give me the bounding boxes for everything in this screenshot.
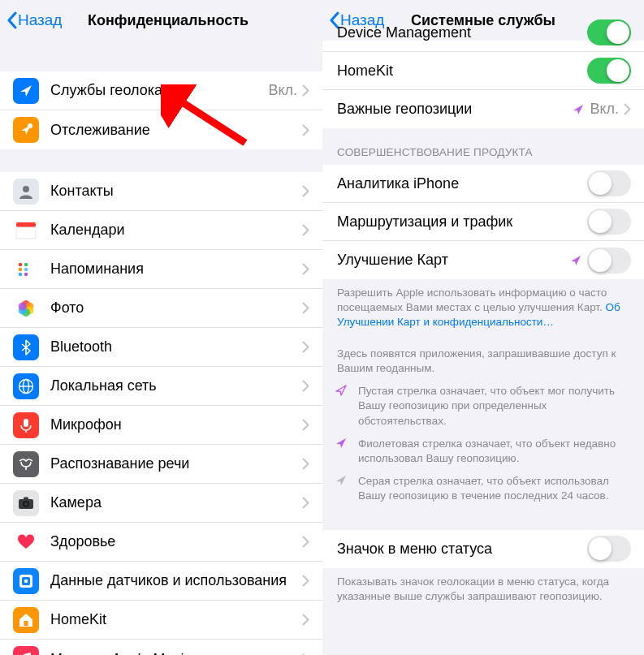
camera-icon	[13, 490, 39, 516]
settings-row[interactable]: Отслеживание	[0, 110, 322, 149]
row-label: HomeKit	[50, 611, 302, 628]
chevron-right-icon	[302, 341, 309, 353]
system-row[interactable]: Важные геопозицииВкл.	[322, 90, 644, 128]
settings-row[interactable]: Локальная сеть	[0, 367, 322, 406]
sensor-icon	[13, 568, 39, 594]
chevron-right-icon	[302, 614, 309, 626]
settings-row[interactable]: Bluetooth	[0, 328, 322, 367]
legend-item: Фиолетовая стрелка означает, что объект …	[337, 437, 629, 466]
group-system-top: Device ManagementHomeKitВажные геопозици…	[322, 14, 644, 128]
legend-intro: Здесь появятся приложения, запрашивавшие…	[337, 347, 629, 376]
row-label: Медиа и Apple Music	[50, 651, 302, 656]
chevron-right-icon	[302, 84, 309, 97]
row-value: Вкл.	[590, 101, 619, 118]
settings-row[interactable]: Микрофон	[0, 406, 322, 445]
status-icon-row[interactable]: Значок в меню статуса	[322, 530, 644, 568]
chevron-right-icon	[302, 224, 309, 236]
toggle-switch[interactable]	[587, 536, 631, 562]
row-label: Значок в меню статуса	[337, 541, 587, 558]
legend-text: Пустая стрелка означает, что объект мог …	[358, 384, 629, 429]
chevron-right-icon	[302, 575, 309, 587]
toggle-switch[interactable]	[587, 170, 631, 196]
row-label: Службы геолокации	[50, 82, 268, 99]
row-label: Контакты	[50, 183, 302, 200]
chevron-left-icon	[6, 11, 18, 29]
improve-row[interactable]: Аналитика iPhone	[322, 165, 644, 203]
row-label: Микрофон	[50, 416, 302, 433]
back-label: Назад	[18, 11, 62, 29]
chevron-right-icon	[302, 263, 309, 275]
svg-rect-26	[24, 497, 28, 499]
row-label: Отслеживание	[50, 122, 302, 139]
row-label: Улучшение Карт	[337, 252, 569, 269]
system-row[interactable]: Device Management	[322, 14, 644, 52]
toggle-switch[interactable]	[587, 248, 631, 274]
section-header: СОВЕРШЕНСТВОВАНИЕ ПРОДУКТА	[322, 128, 644, 165]
mic-icon	[13, 412, 39, 438]
toggle-switch[interactable]	[587, 19, 631, 45]
settings-row[interactable]: Фото	[0, 289, 322, 328]
location-arrow-icon	[335, 474, 348, 487]
chevron-right-icon	[302, 380, 309, 392]
row-label: Device Management	[337, 24, 587, 41]
footer-improve: Разрешить Apple использовать информацию …	[322, 279, 644, 338]
svg-point-8	[24, 262, 28, 265]
chevron-right-icon	[302, 419, 309, 431]
improve-row[interactable]: Улучшение Карт	[322, 241, 644, 279]
system-row[interactable]: HomeKit	[322, 52, 644, 90]
chevron-right-icon	[624, 103, 631, 115]
svg-point-6	[19, 267, 22, 270]
calendar-icon	[13, 218, 39, 243]
group-location: Службы геолокацииВкл.Отслеживание	[0, 71, 322, 149]
row-label: Камера	[50, 494, 302, 511]
row-label: Аналитика iPhone	[337, 175, 587, 192]
speech-icon	[13, 451, 39, 477]
svg-point-10	[24, 272, 28, 275]
svg-rect-3	[16, 227, 36, 239]
row-label: HomeKit	[337, 62, 587, 80]
row-label: Здоровье	[50, 533, 302, 550]
settings-row[interactable]: Службы геолокацииВкл.	[0, 71, 322, 110]
settings-row[interactable]: Медиа и Apple Music	[0, 640, 322, 655]
back-button[interactable]: Назад	[6, 11, 62, 29]
improve-row[interactable]: Маршрутизация и трафик	[322, 203, 644, 241]
settings-row[interactable]: HomeKit	[0, 601, 322, 640]
svg-point-9	[24, 267, 28, 270]
footer-status: Показывать значок геолокации в меню стат…	[322, 568, 644, 612]
row-label: Локальная сеть	[50, 377, 302, 394]
settings-row[interactable]: Распознавание речи	[0, 445, 322, 484]
settings-row[interactable]: Напоминания	[0, 250, 322, 289]
health-icon	[13, 529, 39, 555]
row-label: Фото	[50, 299, 302, 317]
location-arrow-icon	[335, 437, 348, 450]
location-arrow-icon	[569, 254, 582, 267]
legend-block: Здесь появятся приложения, запрашивавшие…	[322, 338, 644, 517]
toggle-switch[interactable]	[587, 58, 631, 84]
chevron-right-icon	[302, 536, 309, 548]
legend-item: Серая стрелка означает, что объект испол…	[337, 474, 629, 503]
privacy-pane: Назад Конфиденциальность Службы геолокац…	[0, 0, 322, 655]
settings-row[interactable]: Данные датчиков и использования	[0, 562, 322, 601]
svg-point-16	[19, 302, 27, 310]
toggle-switch[interactable]	[587, 209, 631, 235]
svg-point-25	[24, 502, 28, 506]
svg-point-0	[28, 123, 32, 128]
homekit-icon	[13, 607, 39, 633]
settings-row[interactable]: Камера	[0, 484, 322, 523]
row-value: Вкл.	[268, 82, 297, 99]
group-status: Значок в меню статуса	[322, 530, 644, 568]
row-label: Распознавание речи	[50, 455, 302, 472]
music-icon	[13, 646, 39, 655]
chevron-right-icon	[302, 458, 309, 470]
page-title: Конфиденциальность	[88, 12, 249, 29]
row-label: Важные геопозиции	[337, 101, 572, 118]
settings-row[interactable]: Контакты	[0, 172, 322, 211]
svg-point-7	[19, 272, 22, 275]
chevron-right-icon	[302, 185, 309, 197]
svg-rect-30	[24, 621, 28, 626]
svg-point-29	[24, 579, 28, 582]
settings-row[interactable]: Здоровье	[0, 523, 322, 562]
settings-row[interactable]: Календари	[0, 211, 322, 250]
row-label: Напоминания	[50, 261, 302, 278]
svg-point-5	[19, 262, 22, 265]
